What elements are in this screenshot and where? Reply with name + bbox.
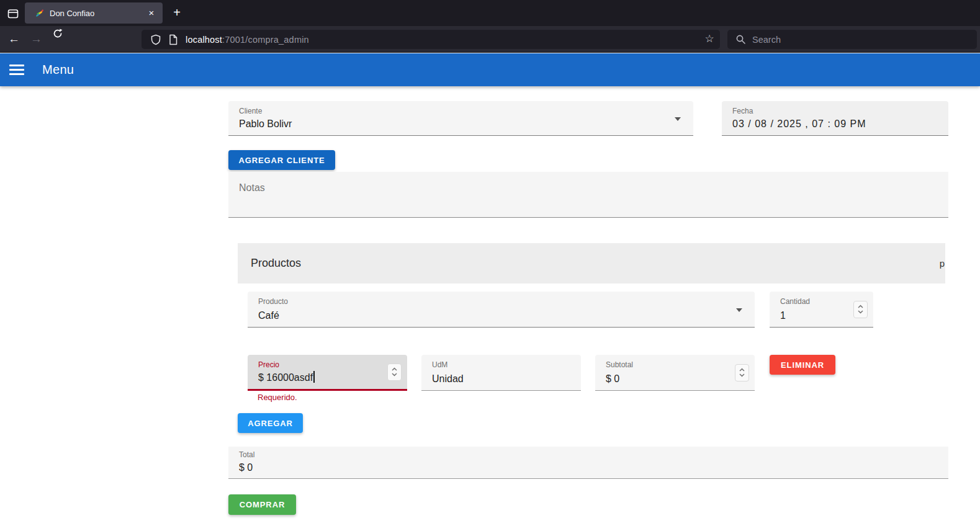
subtotal-prefix: $ bbox=[606, 373, 611, 384]
cliente-label: Cliente bbox=[239, 107, 262, 115]
producto-value: Café bbox=[258, 310, 279, 321]
productos-overflow-text: p bbox=[940, 258, 945, 269]
tab-close-icon[interactable]: × bbox=[145, 7, 158, 19]
agregar-button[interactable]: AGREGAR bbox=[238, 413, 303, 433]
fecha-value: 03 / 08 / 2025 , 07 : 09 PM bbox=[732, 118, 866, 130]
url-path: :7001/compra_admin bbox=[222, 35, 309, 45]
precio-input[interactable]: Precio $ 16000asdf bbox=[248, 355, 407, 391]
subtotal-spinner[interactable] bbox=[735, 364, 749, 382]
search-icon bbox=[735, 34, 746, 45]
producto-select[interactable]: Producto Café bbox=[248, 292, 755, 328]
tab-title: Don Confiao bbox=[50, 9, 145, 18]
page-info-icon[interactable] bbox=[168, 34, 178, 45]
total-prefix: $ bbox=[239, 462, 245, 473]
back-icon[interactable]: ← bbox=[8, 32, 20, 46]
forward-icon[interactable]: → bbox=[30, 32, 42, 46]
cantidad-label: Cantidad bbox=[780, 297, 810, 306]
text-caret bbox=[313, 371, 315, 383]
don-confiao-favicon-icon bbox=[35, 8, 45, 18]
precio-value: $ 16000asdf bbox=[258, 371, 315, 383]
notas-label: Notas bbox=[239, 182, 265, 194]
screen: Don Confiao × + ← → localhost:7001/compr… bbox=[0, 0, 980, 531]
search-placeholder: Search bbox=[752, 35, 781, 45]
udm-value: Unidad bbox=[432, 373, 464, 385]
cliente-value: Pablo Bolivr bbox=[239, 118, 292, 130]
reload-icon[interactable] bbox=[52, 28, 63, 39]
bookmark-star-icon[interactable]: ☆ bbox=[701, 31, 717, 47]
fecha-label: Fecha bbox=[732, 107, 753, 115]
productos-title: Productos bbox=[251, 257, 940, 270]
eliminar-button[interactable]: ELIMINAR bbox=[770, 355, 835, 375]
url-bar[interactable]: localhost:7001/compra_admin bbox=[142, 30, 720, 49]
new-tab-icon[interactable]: + bbox=[169, 5, 185, 21]
notas-textarea[interactable]: Notas bbox=[228, 172, 948, 218]
precio-text: 16000asdf bbox=[266, 372, 313, 383]
subtotal-label: Subtotal bbox=[606, 360, 633, 369]
browser-nav-toolbar: ← → localhost:7001/compra_admin ☆ Se bbox=[0, 26, 980, 53]
cantidad-spinner[interactable] bbox=[853, 301, 868, 318]
total-label: Total bbox=[239, 450, 254, 459]
total-value: $ 0 bbox=[239, 462, 253, 473]
productos-section-header: Productos p bbox=[238, 243, 945, 283]
precio-prefix: $ bbox=[258, 372, 264, 383]
chevron-down-icon[interactable] bbox=[736, 308, 742, 312]
udm-field[interactable]: UdM Unidad bbox=[421, 355, 581, 391]
total-text: 0 bbox=[247, 462, 253, 473]
agregar-cliente-button[interactable]: AGREGAR CLIENTE bbox=[228, 150, 335, 170]
app-bar: Menu bbox=[0, 53, 980, 86]
precio-label: Precio bbox=[258, 360, 279, 369]
cantidad-value: 1 bbox=[780, 310, 786, 321]
comprar-button[interactable]: COMPRAR bbox=[228, 494, 296, 515]
browser-search-box[interactable]: Search bbox=[727, 30, 977, 49]
url-host: localhost bbox=[186, 35, 222, 45]
url-text[interactable]: localhost:7001/compra_admin bbox=[186, 35, 309, 45]
cantidad-input[interactable]: Cantidad 1 bbox=[770, 292, 873, 328]
udm-label: UdM bbox=[432, 360, 447, 369]
app-bar-title: Menu bbox=[42, 63, 74, 77]
browser-tab[interactable]: Don Confiao × bbox=[25, 2, 163, 24]
producto-label: Producto bbox=[258, 297, 288, 306]
hamburger-menu-icon[interactable] bbox=[9, 65, 24, 75]
firefox-view-icon[interactable] bbox=[4, 4, 22, 23]
fecha-input[interactable]: Fecha 03 / 08 / 2025 , 07 : 09 PM bbox=[722, 101, 948, 136]
precio-spinner[interactable] bbox=[387, 364, 402, 381]
subtotal-value: $ 0 bbox=[606, 373, 619, 385]
subtotal-text: 0 bbox=[614, 373, 619, 384]
chevron-down-icon[interactable] bbox=[675, 117, 681, 121]
subtotal-input[interactable]: Subtotal $ 0 bbox=[595, 355, 755, 391]
browser-tab-bar: Don Confiao × + bbox=[0, 0, 980, 26]
cliente-select[interactable]: Cliente Pablo Bolivr bbox=[228, 101, 693, 136]
total-field: Total $ 0 bbox=[228, 447, 948, 479]
tracking-protection-shield-icon[interactable] bbox=[150, 34, 161, 45]
precio-error-message: Requerido. bbox=[258, 393, 297, 402]
